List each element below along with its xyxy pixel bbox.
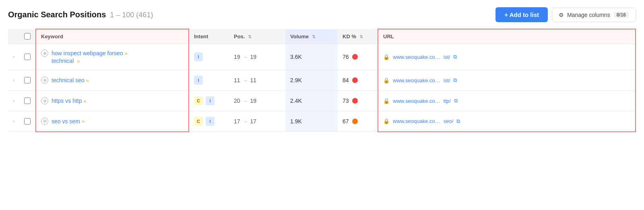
external-link-icon[interactable]: ⧉ [453,77,457,83]
table-container: Keyword Intent Pos. ⇅ Volume ⇅ KD % [8,29,636,132]
url-link[interactable]: www.seoquake.co… [393,98,440,104]
header-actions: + Add to list ⚙ Manage columns 8/16 [495,7,636,22]
table-row: › ⊕ technical seo » I 11 → 11 2.9K 84 🔒 … [8,70,636,91]
pos-from: 19 [234,54,240,60]
keyword-link[interactable]: https vs http [52,98,82,104]
pos-sort-icon: ⇅ [248,34,252,40]
url-suffix: seo/ [444,118,454,124]
volume-value: 1.9K [290,118,302,125]
pos-cell: 20 → 19 [234,98,256,104]
intent-cell: CI [189,111,229,131]
external-link-icon[interactable]: ⧉ [453,54,457,60]
keyword-add-icon: ⊕ [41,50,48,57]
keyword-arrows: » [83,98,86,104]
url-cell: 🔒 www.seoquake.co… ist/ ⧉ [383,77,630,83]
manage-columns-badge: 8/16 [613,12,629,18]
keyword-add-icon: ⊕ [41,118,48,125]
th-pos[interactable]: Pos. ⇅ [229,29,285,44]
intent-badge-c: C [194,96,203,105]
expand-button[interactable]: › [13,119,14,124]
keyword-link[interactable]: how inspect webpage forseo [52,50,123,56]
table-header-row: Keyword Intent Pos. ⇅ Volume ⇅ KD % [8,29,636,44]
row-checkbox[interactable] [24,98,31,104]
keyword-add-icon: ⊕ [41,97,48,104]
expand-button[interactable]: › [13,54,14,60]
intent-badge-i: I [206,117,215,126]
url-cell: 🔒 www.seoquake.co… ist/ ⧉ [383,54,630,60]
url-suffix: ttp/ [444,98,451,104]
th-volume[interactable]: Volume ⇅ [285,29,338,44]
keyword-add-icon: ⊕ [41,77,48,84]
keyword-cell: ⊕ how inspect webpage forseo » technical… [41,50,128,64]
keyword-arrows: » [86,77,89,83]
th-keyword: Keyword [36,29,189,44]
url-link[interactable]: www.seoquake.co… [393,118,440,124]
th-kd[interactable]: KD % ⇅ [338,29,378,44]
th-expand [8,29,19,44]
pos-arrow-icon: → [243,77,248,83]
external-link-icon[interactable]: ⧉ [454,98,458,104]
keyword-line2: technical » [41,58,128,64]
url-cell: 🔒 www.seoquake.co… ttp/ ⧉ [383,98,630,104]
kd-value: 73 [343,98,349,104]
organic-positions-table: Keyword Intent Pos. ⇅ Volume ⇅ KD % [8,29,636,132]
th-check [19,29,36,44]
pos-arrow-icon: → [243,54,248,60]
url-cell: 🔒 www.seoquake.co… seo/ ⧉ [383,118,630,125]
kd-indicator [352,98,358,104]
volume-value: 2.4K [290,98,302,104]
row-checkbox[interactable] [24,54,31,60]
pos-from: 11 [234,77,240,83]
intent-badge-i: I [194,52,203,61]
kd-cell: 84 [343,77,358,83]
pos-to: 19 [250,54,257,60]
table-body: › ⊕ how inspect webpage forseo » technic… [8,44,636,132]
url-link[interactable]: www.seoquake.co… [393,77,440,83]
page-range: 1 – 100 (461) [110,11,153,19]
th-intent: Intent [189,29,229,44]
pos-arrow-icon: → [243,119,248,125]
select-all-checkbox[interactable] [24,33,31,40]
page-wrapper: Organic Search Positions 1 – 100 (461) +… [0,0,644,139]
header: Organic Search Positions 1 – 100 (461) +… [8,7,636,22]
kd-value: 76 [343,54,349,60]
lock-icon: 🔒 [383,118,390,124]
keyword-link[interactable]: seo vs sem [52,118,80,125]
page-title: Organic Search Positions [8,10,106,19]
lock-icon: 🔒 [383,98,390,104]
keyword-arrows: » [82,118,85,124]
manage-columns-button[interactable]: ⚙ Manage columns 8/16 [552,8,636,22]
intent-badge-i: I [206,96,215,105]
gear-icon: ⚙ [559,12,564,18]
external-link-icon[interactable]: ⧉ [456,118,460,125]
row-checkbox[interactable] [24,77,31,83]
pos-to: 19 [250,98,257,104]
volume-sort-icon: ⇅ [312,34,316,40]
keyword-link[interactable]: technical seo [52,77,85,83]
kd-indicator [352,54,358,60]
intent-cell: I [189,70,229,90]
kd-cell: 73 [343,98,358,104]
table-row: › ⊕ seo vs sem » CI 17 → 17 1.9K 67 🔒 ww… [8,111,636,132]
expand-button[interactable]: › [13,98,14,104]
header-title-group: Organic Search Positions 1 – 100 (461) [8,10,153,19]
url-link[interactable]: www.seoquake.co… [393,54,440,60]
lock-icon: 🔒 [383,54,390,60]
intent-cell: CI [189,91,229,111]
pos-cell: 19 → 19 [234,54,256,60]
table-row: › ⊕ https vs http » CI 20 → 19 2.4K 73 🔒… [8,91,636,111]
pos-from: 20 [234,98,240,104]
pos-to: 11 [250,77,257,83]
kd-sort-icon: ⇅ [359,34,363,40]
kd-cell: 76 [343,54,358,60]
pos-from: 17 [234,118,240,125]
row-checkbox[interactable] [24,118,31,125]
kd-cell: 67 [343,118,358,125]
add-to-list-button[interactable]: + Add to list [495,7,548,22]
url-suffix: ist/ [444,54,450,60]
intent-cell: I [189,47,229,67]
th-url: URL [378,29,636,44]
pos-to: 17 [250,118,257,125]
expand-button[interactable]: › [13,77,14,83]
kd-value: 84 [343,77,349,83]
